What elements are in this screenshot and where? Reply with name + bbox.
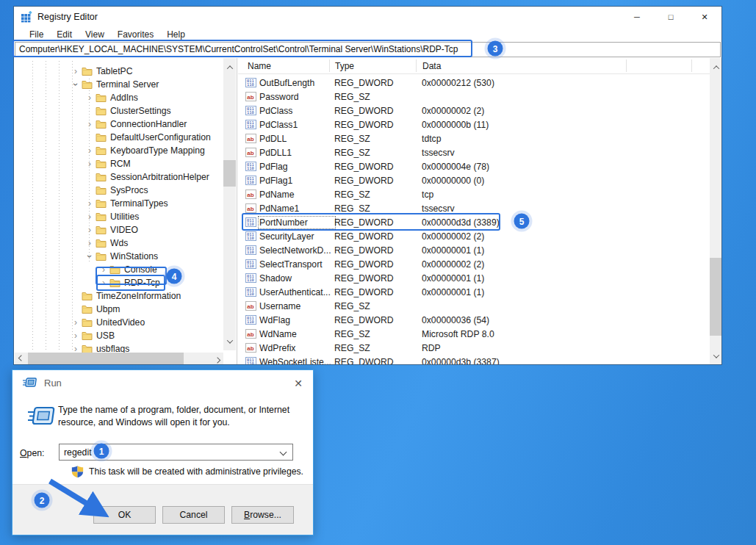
tree-item-tabletpc[interactable]: ›TabletPC <box>15 65 223 78</box>
value-row-pdclass1[interactable]: 011110PdClass1REG_DWORD0x0000000b (11) <box>238 118 710 131</box>
menu-item-file[interactable]: File <box>23 29 50 40</box>
menu-item-help[interactable]: Help <box>160 29 192 40</box>
value-row-selectnetworkd-[interactable]: 011110SelectNetworkD...REG_DWORD0x000000… <box>238 243 710 257</box>
chevron-right-icon[interactable]: › <box>70 319 82 326</box>
tree-item-terminaltypes[interactable]: ›TerminalTypes <box>15 197 223 210</box>
browse-button[interactable]: Browse... <box>231 506 294 524</box>
cancel-button[interactable]: Cancel <box>162 506 225 524</box>
chevron-right-icon[interactable]: › <box>84 239 96 247</box>
chevron-down-icon[interactable] <box>280 449 287 456</box>
chevron-right-icon[interactable]: › <box>84 160 96 167</box>
scroll-right-arrow-icon[interactable] <box>211 353 223 365</box>
tree-item-video[interactable]: ›VIDEO <box>15 223 223 237</box>
address-bar[interactable]: Computer\HKEY_LOCAL_MACHINE\SYSTEM\Curre… <box>15 42 721 57</box>
tree-item-keyboardtype-mapping[interactable]: ›KeyboardType Mapping <box>15 144 223 157</box>
tree-item-label: AddIns <box>110 93 138 103</box>
value-row-selecttransport[interactable]: 011110SelectTransportREG_DWORD0x00000002… <box>238 257 710 271</box>
column-header-type[interactable]: Type <box>335 61 354 71</box>
tree-item-connectionhandler[interactable]: ›ConnectionHandler <box>15 118 223 131</box>
tree-item-usb[interactable]: ›USB <box>15 329 223 342</box>
chevron-right-icon[interactable]: › <box>70 68 82 75</box>
value-data: Microsoft RDP 8.0 <box>422 329 710 339</box>
column-divider[interactable] <box>329 59 330 72</box>
scroll-up-arrow-icon[interactable] <box>710 61 722 73</box>
folder-icon <box>82 318 93 328</box>
value-type: REG_DWORD <box>334 176 422 186</box>
value-row-shadow[interactable]: 011110ShadowREG_DWORD0x00000001 (1) <box>238 271 710 285</box>
tree-hscrollbar-thumb[interactable] <box>28 353 184 365</box>
folder-icon <box>109 265 120 275</box>
value-row-pddll1[interactable]: abPdDLL1REG_SZtssecsrv <box>238 145 710 159</box>
folder-icon <box>82 292 93 301</box>
menu-item-view[interactable]: View <box>79 29 111 40</box>
folder-icon <box>96 120 107 129</box>
tree-item-rdp-tcp[interactable]: ›RDP-Tcp <box>15 276 223 289</box>
tree-scrollbar-thumb[interactable] <box>223 160 236 187</box>
value-row-pdname1[interactable]: abPdName1REG_SZtssecsrv <box>238 201 710 215</box>
column-divider[interactable] <box>626 59 627 72</box>
tree-item-utilities[interactable]: ›Utilities <box>15 210 223 223</box>
svg-text:110: 110 <box>247 222 254 226</box>
tree-item-clustersettings[interactable]: ClusterSettings <box>15 104 223 118</box>
value-row-wdname[interactable]: abWdNameREG_SZMicrosoft RDP 8.0 <box>238 327 710 341</box>
chevron-right-icon[interactable]: › <box>84 94 96 101</box>
tree-vertical-scrollbar[interactable] <box>223 58 236 350</box>
scroll-left-arrow-icon[interactable] <box>15 353 27 365</box>
tree-item-unitedvideo[interactable]: ›UnitedVideo <box>15 316 223 329</box>
value-row-password[interactable]: abPasswordREG_SZ <box>238 90 710 104</box>
list-scrollbar-thumb[interactable] <box>710 258 722 336</box>
chevron-right-icon[interactable]: › <box>98 279 109 286</box>
value-row-pdname[interactable]: abPdNameREG_SZtcp <box>238 187 710 201</box>
menu-item-edit[interactable]: Edit <box>50 29 79 40</box>
value-type: REG_DWORD <box>334 245 422 256</box>
value-row-pdflag[interactable]: 011110PdFlagREG_DWORD0x0000004e (78) <box>238 159 710 173</box>
chevron-right-icon[interactable]: › <box>84 147 96 154</box>
chevron-right-icon[interactable]: › <box>70 332 82 339</box>
tree-item-sessionarbitrationhelper[interactable]: SessionArbitrationHelper <box>15 170 223 184</box>
run-close-icon[interactable]: ✕ <box>289 375 307 392</box>
chevron-right-icon[interactable]: › <box>84 226 96 234</box>
tree-item-addins[interactable]: ›AddIns <box>15 91 223 104</box>
tree-item-rcm[interactable]: ›RCM <box>15 157 223 170</box>
chevron-right-icon[interactable]: › <box>84 200 96 207</box>
column-header-data[interactable]: Data <box>422 61 441 71</box>
tree-item-label: Terminal Server <box>96 79 159 90</box>
value-row-outbuflength[interactable]: 011110OutBufLengthREG_DWORD0x00000212 (5… <box>238 76 710 90</box>
menu-item-favorites[interactable]: Favorites <box>111 29 160 40</box>
value-row-wdprefix[interactable]: abWdPrefixREG_SZRDP <box>238 341 710 355</box>
tree-item-wds[interactable]: ›Wds <box>15 237 223 250</box>
value-row-websocketliste-[interactable]: 011110WebSocketListe...REG_DWORD0x00000d… <box>238 355 710 365</box>
value-row-wdflag[interactable]: 011110WdFlagREG_DWORD0x00000036 (54) <box>238 313 710 327</box>
chevron-right-icon[interactable]: › <box>98 266 109 273</box>
tree-horizontal-scrollbar[interactable] <box>15 353 223 365</box>
tree-item-winstations[interactable]: ›WinStations <box>15 250 223 263</box>
tree-item-sysprocs[interactable]: SysProcs <box>15 184 223 197</box>
scroll-down-arrow-icon[interactable] <box>710 350 722 362</box>
folder-icon <box>96 133 107 142</box>
column-divider[interactable] <box>691 59 692 72</box>
tree-item-terminal-server[interactable]: ›Terminal Server <box>15 78 223 91</box>
tree-item-timezoneinformation[interactable]: TimeZoneInformation <box>15 289 223 303</box>
tree-item-ubpm[interactable]: Ubpm <box>15 303 223 316</box>
scroll-up-arrow-icon[interactable] <box>223 61 236 73</box>
chevron-down-icon[interactable]: › <box>86 250 93 262</box>
maximize-button[interactable]: □ <box>654 7 688 27</box>
value-row-pdflag1[interactable]: 011110PdFlag1REG_DWORD0x00000000 (0) <box>238 173 710 187</box>
scroll-down-arrow-icon[interactable] <box>223 335 236 347</box>
tree-item-defaultuserconfiguration[interactable]: DefaultUserConfiguration <box>15 131 223 144</box>
list-vertical-scrollbar[interactable] <box>710 58 722 365</box>
value-row-pddll[interactable]: abPdDLLREG_SZtdtcp <box>238 131 710 145</box>
value-row-pdclass[interactable]: 011110PdClassREG_DWORD0x00000002 (2) <box>238 104 710 118</box>
close-button[interactable]: ✕ <box>688 7 721 27</box>
minimize-button[interactable]: ─ <box>620 7 654 27</box>
column-header-name[interactable]: Name <box>248 61 271 71</box>
chevron-right-icon[interactable]: › <box>84 120 96 128</box>
value-row-securitylayer[interactable]: 011110SecurityLayerREG_DWORD0x00000002 (… <box>238 229 710 243</box>
value-row-username[interactable]: abUsernameREG_SZ <box>238 299 710 313</box>
chevron-right-icon[interactable]: › <box>70 345 82 353</box>
chevron-right-icon[interactable]: › <box>84 213 96 220</box>
value-row-portnumber[interactable]: 011110PortNumberREG_DWORD0x00000d3d (338… <box>238 215 710 229</box>
chevron-down-icon[interactable]: › <box>72 79 79 90</box>
column-divider[interactable] <box>416 59 417 72</box>
value-row-userauthenticat-[interactable]: 011110UserAuthenticat...REG_DWORD0x00000… <box>238 285 710 299</box>
